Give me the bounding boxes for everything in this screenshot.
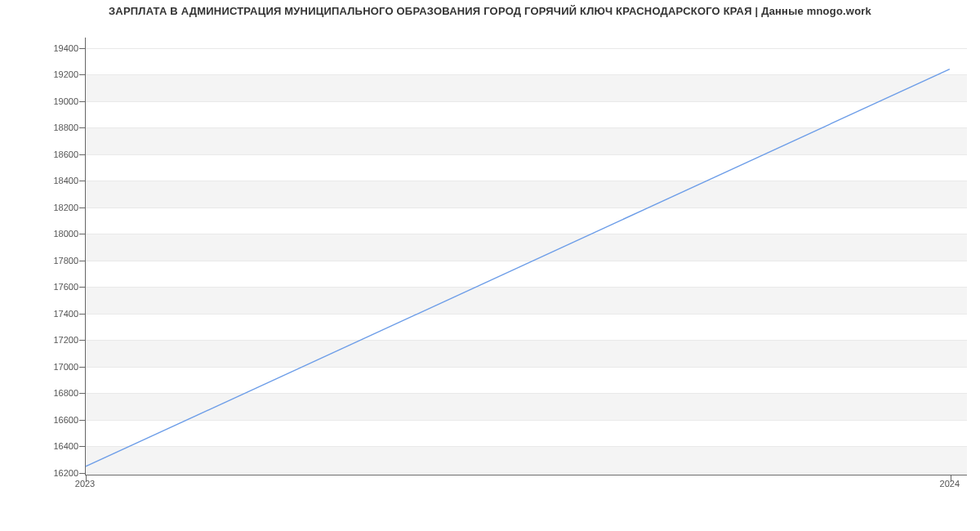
y-tick bbox=[79, 420, 86, 421]
y-tick bbox=[79, 127, 86, 128]
y-axis-label: 17800 bbox=[29, 256, 78, 266]
x-axis-label: 2023 bbox=[75, 479, 95, 489]
y-axis-label: 18200 bbox=[29, 203, 78, 212]
chart-title: ЗАРПЛАТА В АДМИНИСТРАЦИЯ МУНИЦИПАЛЬНОГО … bbox=[0, 5, 980, 17]
y-tick bbox=[79, 181, 86, 181]
series-line bbox=[86, 69, 950, 466]
y-axis-label: 17600 bbox=[29, 282, 78, 292]
y-tick bbox=[79, 234, 86, 234]
y-tick bbox=[79, 261, 86, 261]
y-tick bbox=[79, 473, 86, 474]
y-axis-label: 16400 bbox=[29, 441, 78, 451]
y-tick bbox=[79, 74, 86, 75]
y-axis-label: 17200 bbox=[29, 335, 78, 345]
y-tick bbox=[79, 393, 86, 394]
y-tick bbox=[79, 48, 86, 49]
y-axis-label: 16800 bbox=[29, 388, 78, 398]
x-axis-label: 2024 bbox=[940, 479, 960, 489]
y-tick bbox=[79, 446, 86, 447]
y-tick bbox=[79, 314, 86, 315]
y-tick bbox=[79, 340, 86, 341]
y-tick bbox=[79, 207, 86, 208]
y-axis-label: 18000 bbox=[29, 229, 78, 239]
line-layer bbox=[86, 38, 967, 475]
y-axis-label: 18800 bbox=[29, 123, 78, 132]
y-tick bbox=[79, 154, 86, 155]
y-tick bbox=[79, 367, 86, 368]
chart-container: ЗАРПЛАТА В АДМИНИСТРАЦИЯ МУНИЦИПАЛЬНОГО … bbox=[0, 0, 980, 506]
y-axis-label: 18400 bbox=[29, 176, 78, 185]
y-tick bbox=[79, 287, 86, 288]
y-axis-label: 19200 bbox=[29, 69, 78, 79]
y-axis-label: 16600 bbox=[29, 415, 78, 425]
y-axis-label: 18600 bbox=[29, 149, 78, 159]
y-axis-label: 19400 bbox=[29, 43, 78, 53]
y-tick bbox=[79, 101, 86, 102]
y-axis-label: 19000 bbox=[29, 96, 78, 106]
y-axis-label: 17000 bbox=[29, 362, 78, 372]
y-axis-label: 16200 bbox=[29, 468, 78, 478]
plot-area bbox=[85, 38, 967, 475]
y-axis-label: 17400 bbox=[29, 309, 78, 319]
